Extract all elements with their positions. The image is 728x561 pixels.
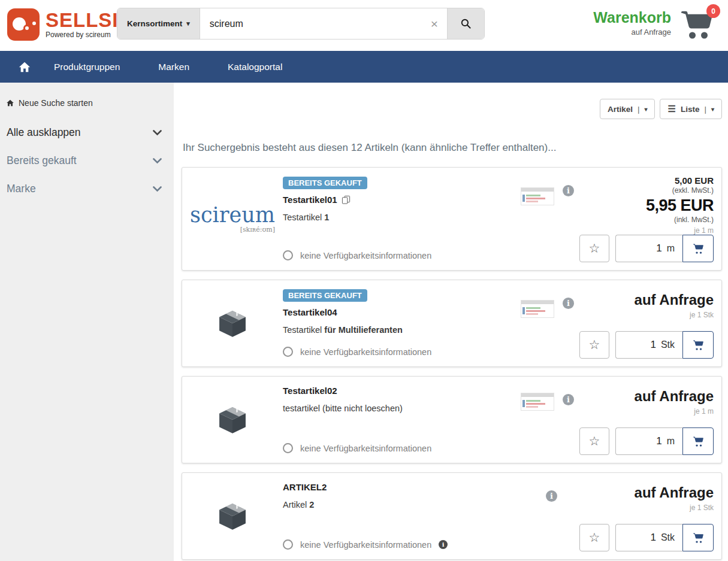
availability-label: keine Verfügbarkeitsinformationen [300,251,431,260]
favorite-button[interactable]: ☆ [579,524,609,551]
brand-mark-icon [7,8,40,41]
unit-label: Stk [661,339,675,350]
home-icon [6,99,14,107]
price-block: auf Anfrage je 1 Stk [635,481,714,512]
nav-item-marken[interactable]: Marken [158,62,189,72]
info-icon[interactable]: i [563,394,574,405]
product-image[interactable]: scireum [skɪʀé:ʊm] [182,175,283,262]
product-subtitle: Artikel 2 [283,500,521,510]
caret-down-icon: ▾ [186,20,190,28]
price-on-request: auf Anfrage [635,292,714,308]
cart-icon [691,338,705,352]
result-card: Testartikel02 testartikel (bitte nicht l… [182,376,722,463]
product-thumbnail[interactable] [521,187,554,205]
nav-item-produktgruppen[interactable]: Produktgruppen [54,62,120,72]
price-incl: 5,95 EUR [646,196,714,215]
quantity-input[interactable] [647,435,662,447]
button-divider: | [704,105,706,114]
product-thumbnail[interactable] [521,300,554,318]
availability-label: keine Verfügbarkeitsinformationen [300,540,431,550]
sidebar-item-marke[interactable]: Marke [0,183,174,195]
button-divider: | [638,105,640,114]
info-icon[interactable]: i [563,185,574,196]
home-icon [18,60,31,74]
copy-icon[interactable] [342,195,351,204]
favorite-button[interactable]: ☆ [579,235,609,262]
product-title: Testartikel04 [283,307,521,317]
price-excl: 5,00 EUR [646,175,714,186]
quantity-box: m [615,235,682,262]
sidebar: Neue Suche starten Alle ausklappen Berei… [0,83,174,561]
box-icon [217,501,248,532]
caret-down-icon: ▾ [644,106,647,113]
add-to-cart-button[interactable] [682,331,714,359]
availability-radio-icon [283,347,293,357]
new-search-link[interactable]: Neue Suche starten [6,98,167,108]
add-to-cart-button[interactable] [682,235,714,262]
product-image[interactable] [182,384,283,455]
result-card: ARTIKEL2 Artikel 2 keine Verfügbarkeitsi… [182,472,722,560]
clear-search-button[interactable]: × [422,8,447,39]
nav-home[interactable] [18,60,31,74]
quantity-input[interactable] [641,339,656,351]
header: SELLSITE Powered by scireum Kernsortimen… [0,0,728,51]
info-icon[interactable]: i [563,298,574,309]
availability-status: keine Verfügbarkeitsinformationen i [283,539,521,551]
box-icon [217,308,248,339]
search-input[interactable] [200,8,422,39]
cart-title: Warenkorb [593,10,671,26]
artikel-view-label: Artikel [608,105,633,114]
cart-button[interactable]: Warenkorb auf Anfrage 0 [593,6,716,43]
cart-icon [691,242,705,256]
per-unit-label: je 1 m [635,407,714,416]
star-icon: ☆ [589,530,600,545]
view-toolbar: Artikel | ▾ ☰ Liste | ▾ [182,99,722,119]
availability-radio-icon [283,443,293,453]
add-to-cart-button[interactable] [682,427,714,455]
product-title-text: ARTIKEL2 [283,482,327,492]
search-button[interactable] [447,8,484,39]
scireum-logo: scireum [skɪʀé:ʊm] [190,205,275,234]
info-icon[interactable]: i [439,540,448,549]
hamburger-icon: ☰ [667,104,675,114]
product-title: Testartikel02 [283,386,521,396]
info-icon[interactable]: i [546,490,557,502]
quantity-input[interactable] [641,532,656,544]
sidebar-item-label: Marke [7,183,36,195]
product-image[interactable] [182,288,283,359]
availability-radio-icon [283,539,293,550]
availability-status: keine Verfügbarkeitsinformationen [283,443,521,455]
subtitle-bold: 2 [309,500,314,510]
price-excl-note: (exkl. MwSt.) [646,186,714,195]
product-image[interactable] [182,481,283,551]
availability-status: keine Verfügbarkeitsinformationen [283,250,521,262]
search-category-select[interactable]: Kernsortiment ▾ [117,8,200,39]
nav-item-katalogportal[interactable]: Katalogportal [228,62,282,72]
scireum-logo-text: scireum [190,205,275,226]
unit-label: m [667,436,675,447]
price-on-request: auf Anfrage [635,388,714,405]
liste-view-label: Liste [681,105,700,114]
new-search-label: Neue Suche starten [19,98,93,108]
sidebar-item-alle-ausklappen[interactable]: Alle ausklappen [0,126,174,139]
subtitle-text: testartikel (bitte nicht loeschen) [283,404,403,413]
quantity-box: m [615,427,682,455]
favorite-button[interactable]: ☆ [579,331,609,359]
add-to-cart-button[interactable] [682,524,714,551]
price-incl-note: (inkl. MwSt.) [646,216,714,224]
close-icon: × [431,17,438,31]
subtitle-bold: für Multilieferanten [324,325,403,335]
liste-view-button[interactable]: ☰ Liste | ▾ [660,99,722,119]
subtitle-text: Testartikel [283,325,322,335]
quantity-input[interactable] [647,242,662,254]
result-card: scireum [skɪʀé:ʊm] BEREITS GEKAUFT Testa… [182,167,722,271]
sidebar-item-bereits-gekauft[interactable]: Bereits gekauft [0,154,174,167]
product-thumbnail[interactable] [521,393,554,411]
favorite-button[interactable]: ☆ [579,427,609,455]
availability-status: keine Verfügbarkeitsinformationen [283,347,521,359]
search-category-label: Kernsortiment [127,19,182,28]
artikel-view-button[interactable]: Artikel | ▾ [600,99,655,119]
price-block: auf Anfrage je 1 m [635,384,714,416]
cart-icon [691,531,705,545]
subtitle-bold: 1 [324,213,329,222]
